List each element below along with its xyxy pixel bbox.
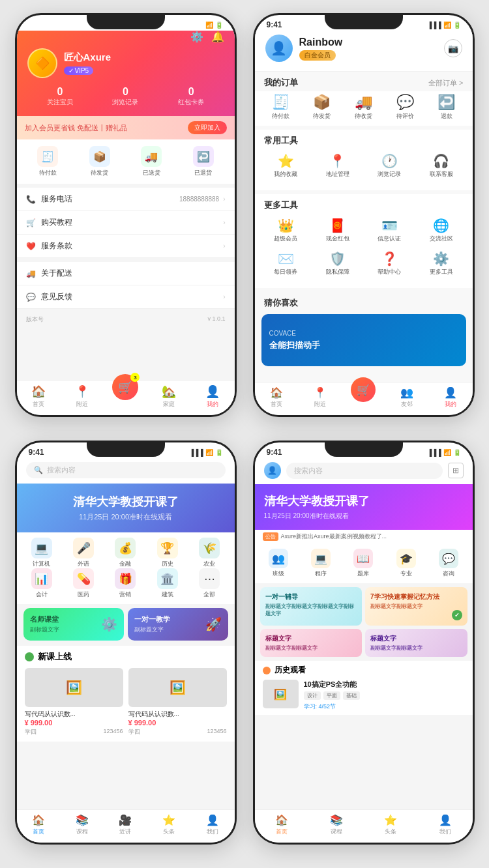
tool-favorites[interactable]: ⭐ 我的收藏 [260,149,312,182]
nav2-cart[interactable]: 🛒 [342,386,385,409]
cat-finance[interactable]: 💰 金融 [104,538,146,568]
search-bar-4[interactable]: 搜索内容 [286,463,443,479]
nav3-star[interactable]: ⭐ 头条 [147,814,191,836]
course-card-2[interactable]: 🖼️ 写代码从认识数... ¥ 999.00 学四 123456 [128,668,227,736]
nav-home-1[interactable]: 🏠 首页 [17,384,61,409]
cat5-class[interactable]: 👥 班级 [269,549,288,578]
camera-icon[interactable]: 📷 [444,39,462,57]
settings-icon[interactable]: ⚙️ [190,31,203,43]
tool-auth[interactable]: 🪪 信息认证 [364,214,416,247]
cat5-program[interactable]: 💻 程序 [311,549,331,578]
cat-computer[interactable]: 💻 计算机 [21,538,63,568]
cat5-consult[interactable]: 💬 咨询 [439,549,458,578]
order-pay-2[interactable]: 🧾 待付款 [272,94,289,121]
nav2-nearby[interactable]: 📍 附近 [298,386,342,409]
scan-icon-4[interactable]: ⊞ [448,463,464,478]
join-vip-button[interactable]: 立即加入 [188,121,227,134]
order-review-2[interactable]: 💬 待评价 [396,94,414,121]
tool-vip[interactable]: 👑 超级会员 [260,214,312,247]
nav-mine-1[interactable]: 👤 我的 [191,384,235,409]
promo2-sub: 副标题文字 [134,626,170,634]
cat-all[interactable]: ⋯ 全部 [188,568,230,599]
promo4-card3[interactable]: 标题文字 副标题文字副标题文字 [365,629,467,657]
tool-coupon[interactable]: ✉️ 每日领券 [260,247,312,280]
cat-language[interactable]: 🎤 外语 [63,538,104,568]
pay-icon-2: 🧾 [272,94,289,111]
cat-architecture[interactable]: 🏛️ 建筑 [147,568,188,599]
recommend-banner[interactable]: COVACE 全能扫描动手 [261,314,466,366]
nav4-star[interactable]: ⭐ 头条 [364,814,419,836]
nav2-home[interactable]: 🏠 首页 [255,386,299,409]
bell-icon[interactable]: 🔔 [211,31,224,43]
orders-section: 我的订单 全部订单 > 🧾 待付款 📦 待发货 🚚 待收货 💬 [255,72,473,126]
search-icon-3: 🔍 [34,466,43,474]
nav-family-1[interactable]: 🏡 家庭 [147,384,191,409]
vip-banner[interactable]: 加入会员更省钱 免配送丨赠礼品 立即加入 [17,116,235,139]
nav4-courses[interactable]: 📚 课程 [309,814,364,836]
cart-button-2[interactable]: 🛒 [351,377,376,402]
returned-icon: ↩️ [193,146,214,167]
promo4-memory[interactable]: 7学习快速掌握记忆方法 副标题文字副标题文字 ✓ [365,587,467,626]
version-label: 版本号 [26,315,44,324]
cat-history[interactable]: 🏆 历史 [147,538,188,568]
nav2-friends[interactable]: 👥 友邻 [385,386,429,409]
tool-privacy[interactable]: 🛡️ 隐私保障 [312,247,364,280]
nav3-mine[interactable]: 👤 我们 [191,814,235,836]
nearby-icon: 📍 [75,384,89,399]
cat-medicine[interactable]: 💊 医药 [63,568,104,599]
search-bar-3[interactable]: 🔍 搜索内容 [26,462,226,478]
nav2-mine[interactable]: 👤 我的 [429,386,473,409]
star-icon-3: ⭐ [162,814,175,826]
order-returned[interactable]: ↩️ 已退货 [193,146,214,177]
menu-terms[interactable]: ❤️ 服务条款 › [17,235,235,258]
tool-service[interactable]: 🎧 联系客服 [415,149,467,182]
nav3-live[interactable]: 🎥 近讲 [104,814,147,836]
ann-badge: 公告 [263,532,278,541]
orders-link[interactable]: 全部订单 > [428,78,463,88]
history-tags: 设计 平面 基础 [304,691,465,700]
receive-icon-2: 🚚 [355,94,372,111]
nav3-home[interactable]: 🏠 首页 [17,814,61,836]
user-info: 匠心Axure ✓ VIP5 [64,51,111,76]
order-pending-pay[interactable]: 🧾 待付款 [37,146,58,177]
menu-phone[interactable]: 📞 服务电话 18888888888 › [17,188,235,211]
order-delivered[interactable]: 🚚 已送货 [141,146,162,177]
nav3-courses[interactable]: 📚 课程 [60,814,104,836]
tool-address[interactable]: 📍 地址管理 [312,149,364,182]
nav4-mine[interactable]: 👤 我们 [418,814,473,836]
history-card-1[interactable]: 🖼️ 10搞定PS全功能 设计 平面 基础 学习: 4/52节 [263,680,465,711]
course-author-1: 学四 [25,728,37,736]
menu-feedback[interactable]: 💬 意见反馈 › [17,285,235,309]
nav4-home[interactable]: 🏠 首页 [255,814,310,836]
cat-accounting[interactable]: 📊 会计 [21,568,63,599]
finance-icon: 💰 [115,538,136,558]
tool-help[interactable]: ❓ 帮助中心 [364,247,416,280]
tool-community[interactable]: 🌐 交流社区 [415,214,467,247]
order-receive-2[interactable]: 🚚 待收货 [355,94,372,121]
course-card-1[interactable]: 🖼️ 写代码从认识数... ¥ 999.00 学四 123456 [25,668,123,736]
promo-master[interactable]: 名师课堂 副标题文字 ⚙️ [23,608,124,641]
cat-agriculture[interactable]: 🌾 农业 [188,538,230,568]
promo-tutoring[interactable]: 一对一教学 副标题文字 🚀 [128,608,228,641]
tool-more[interactable]: ⚙️ 更多工具 [415,247,467,280]
history-info: 10搞定PS全功能 设计 平面 基础 学习: 4/52节 [304,680,465,711]
cat-marketing[interactable]: 🎁 营销 [104,568,146,599]
cat5-major[interactable]: 🎓 专业 [396,549,416,578]
nav-nearby-1[interactable]: 📍 附近 [60,384,104,409]
avatar-row: 🔶 匠心Axure ✓ VIP5 [27,48,224,78]
nav-cart-1[interactable]: 🛒 3 [104,384,147,409]
menu-delivery[interactable]: 🚚 关于配送 [17,262,235,285]
promo4-tutoring[interactable]: 一对一辅导 副标题文字副标题文字副标题文字副标题文字 [260,587,363,626]
cat5-exam[interactable]: 📖 题库 [353,549,373,578]
order-ship-2[interactable]: 📦 待发货 [313,94,331,121]
tool-history[interactable]: 🕐 浏览记录 [364,149,416,182]
order-pending-ship[interactable]: 📦 待发货 [89,146,110,177]
order-refund-2[interactable]: ↩️ 退款 [437,94,455,121]
promo1-sub: 副标题文字 [30,626,59,634]
menu-tutorial[interactable]: 🛒 购买教程 › [17,211,235,235]
promo4-card2[interactable]: 标题文字 副标题文字副标题文字 [260,629,363,657]
cart-button[interactable]: 🛒 3 [112,374,138,400]
chevron-icon: › [223,219,225,226]
tool-redpacket[interactable]: 🧧 现金红包 [312,214,364,247]
cart-badge: 3 [130,373,140,382]
